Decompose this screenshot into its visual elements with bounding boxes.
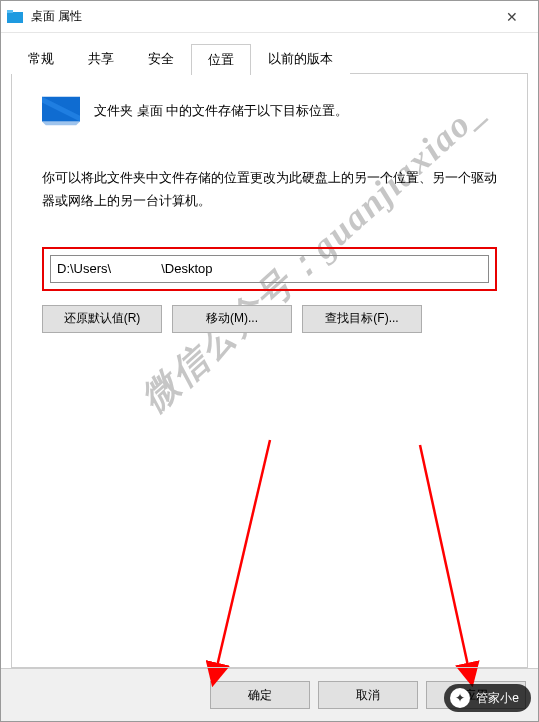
close-button[interactable]: ✕ (492, 3, 532, 31)
author-name: 管家小e (476, 690, 519, 707)
path-input[interactable]: D:\Users\ \Desktop (50, 255, 489, 283)
folder-storage-label: 文件夹 桌面 中的文件存储于以下目标位置。 (94, 102, 348, 120)
location-description: 你可以将此文件夹中文件存储的位置更改为此硬盘上的另一个位置、另一个驱动器或网络上… (42, 166, 497, 213)
tab-security[interactable]: 安全 (131, 43, 191, 74)
path-redacted (111, 262, 161, 273)
tab-general[interactable]: 常规 (11, 43, 71, 74)
svg-rect-1 (7, 10, 13, 13)
path-highlight: D:\Users\ \Desktop (42, 247, 497, 291)
author-badge: ✦ 管家小e (444, 684, 531, 712)
restore-defaults-button[interactable]: 还原默认值(R) (42, 305, 162, 333)
desktop-folder-icon (42, 96, 80, 126)
tab-sharing[interactable]: 共享 (71, 43, 131, 74)
svg-marker-3 (42, 121, 80, 125)
path-suffix: \Desktop (161, 261, 212, 276)
location-panel: 文件夹 桌面 中的文件存储于以下目标位置。 你可以将此文件夹中文件存储的位置更改… (11, 73, 528, 668)
folder-icon (7, 9, 23, 25)
author-avatar-icon: ✦ (450, 688, 470, 708)
find-target-button[interactable]: 查找目标(F)... (302, 305, 422, 333)
svg-rect-0 (7, 12, 23, 23)
tab-previous[interactable]: 以前的版本 (251, 43, 350, 74)
window-title: 桌面 属性 (31, 8, 492, 25)
path-prefix: D:\Users\ (57, 261, 111, 276)
tab-strip: 常规 共享 安全 位置 以前的版本 (11, 43, 528, 74)
ok-button[interactable]: 确定 (210, 681, 310, 709)
tab-location[interactable]: 位置 (191, 44, 251, 75)
cancel-button[interactable]: 取消 (318, 681, 418, 709)
move-button[interactable]: 移动(M)... (172, 305, 292, 333)
